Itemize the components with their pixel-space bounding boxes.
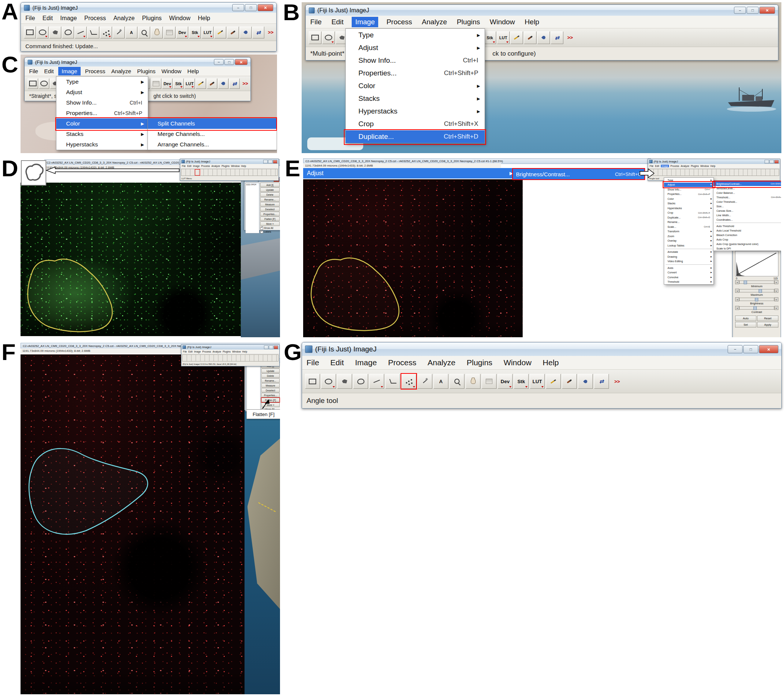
menu-item-stacks[interactable]: Stacks▶ (56, 129, 148, 139)
lut-button[interactable]: LUT (530, 374, 545, 389)
slider-thumb[interactable] (753, 306, 757, 310)
switch-colors-tool[interactable] (229, 78, 240, 89)
multipoint-tool[interactable] (100, 26, 112, 38)
menu-image[interactable]: Image (661, 165, 669, 167)
menu-item-adjust[interactable]: Adjust▶ (346, 41, 484, 54)
minimize-button[interactable] (214, 59, 224, 65)
menu-image[interactable]: Image (352, 17, 378, 27)
paintbrush-tool[interactable] (227, 26, 239, 38)
menu-item-axes[interactable]: Axes▶ (664, 266, 713, 271)
paintbrush-tool[interactable] (207, 78, 217, 89)
menu-analyze[interactable]: Analyze (680, 165, 689, 167)
menu-plugins[interactable]: Plugins (222, 350, 231, 353)
hand-tool[interactable] (151, 26, 163, 38)
menu-item-overlay[interactable]: Overlay▶ (664, 239, 713, 244)
close-button[interactable] (258, 4, 273, 11)
menu-plugins[interactable]: Plugins (456, 18, 480, 26)
title-bar[interactable]: (Fiji Is Just) ImageJ (306, 5, 778, 16)
roi-update-button[interactable]: Update (261, 369, 280, 373)
stk-button[interactable]: Stk (483, 31, 496, 44)
hand-tool[interactable] (466, 374, 481, 389)
callout-brightness-contrast-item[interactable]: Brightness/Contrast... Ctrl+Shift+C (512, 168, 645, 180)
slider-track[interactable] (739, 289, 774, 292)
zoom-tool[interactable] (450, 374, 464, 389)
menu-item-convert[interactable]: Convert▶ (664, 271, 713, 275)
menu-item-rename[interactable]: Rename... (664, 220, 713, 225)
more-tools-button[interactable]: >> (564, 32, 576, 44)
maximize-button[interactable] (268, 160, 273, 163)
flood-fill-tool[interactable] (537, 31, 550, 44)
slider-track[interactable] (739, 281, 774, 284)
rectangle-tool[interactable] (28, 78, 38, 89)
wand-tool[interactable] (113, 26, 125, 38)
menu-item-annotate[interactable]: Annotate▶ (664, 250, 713, 255)
text-tool[interactable]: A (433, 374, 448, 389)
menu-help[interactable]: Help (710, 165, 715, 167)
menu-process[interactable]: Process (388, 358, 416, 367)
menu-edit[interactable]: Edit (655, 165, 659, 167)
menu-item-auto-crop[interactable]: Auto Crop (713, 237, 781, 242)
mini-toolbar[interactable] (181, 169, 278, 176)
menu-plugins[interactable]: Plugins (137, 68, 155, 74)
oval-tool[interactable] (322, 31, 335, 44)
maximize-button[interactable] (224, 59, 234, 65)
menu-file[interactable]: File (183, 350, 187, 353)
switch-colors-tool[interactable] (594, 374, 609, 389)
menu-help[interactable]: Help (525, 18, 539, 26)
menu-edit[interactable]: Edit (188, 350, 192, 353)
menu-analyze[interactable]: Analyze (422, 18, 447, 26)
menu-item-show-info[interactable]: Show Info...Ctrl+I (664, 187, 713, 192)
minimize-button[interactable] (764, 160, 769, 163)
roi-add-button[interactable]: Add [t] (260, 183, 280, 187)
maximize-button[interactable] (245, 4, 257, 11)
oval-tool[interactable] (36, 26, 49, 38)
slider-left-arrow-icon[interactable]: ◂ (735, 306, 739, 310)
menu-item-canvas-size[interactable]: Canvas Size... (713, 208, 781, 213)
dev-button[interactable]: Dev (162, 78, 173, 89)
polygon-tool[interactable] (49, 26, 61, 38)
menu-item-properties[interactable]: Properties...Ctrl+Shift+P (664, 192, 713, 197)
maximize-button[interactable] (743, 345, 758, 353)
menu-analyze[interactable]: Analyze (211, 165, 220, 167)
menu-image[interactable]: Image (355, 358, 377, 367)
auto-button[interactable]: Auto (735, 315, 756, 321)
menu-help[interactable]: Help (242, 350, 247, 353)
rectangle-tool[interactable] (309, 31, 321, 44)
menu-plugins[interactable]: Plugins (691, 165, 698, 167)
menu-item-merge-channels[interactable]: Merge Channels... (148, 129, 277, 139)
oval-tool[interactable] (39, 78, 49, 89)
title-bar[interactable]: (Fiji Is Just) ImageJ (180, 159, 278, 164)
menu-window[interactable]: Window (700, 165, 709, 167)
paintbrush-tool[interactable] (524, 31, 537, 44)
menu-help[interactable]: Help (188, 68, 199, 74)
flood-fill-tool[interactable] (240, 26, 252, 38)
wand-tool[interactable] (417, 374, 432, 389)
slider-left-arrow-icon[interactable]: ◂ (735, 280, 739, 284)
menu-item-line-width[interactable]: Line Width... (713, 213, 781, 217)
menu-item-properties[interactable]: Properties...Ctrl+Shift+P (346, 67, 484, 79)
slider-left-arrow-icon[interactable]: ◂ (735, 289, 739, 293)
menu-item-color[interactable]: Color▶ (56, 119, 148, 129)
brightness-slider[interactable]: ◂▸ (735, 298, 778, 301)
lut-button[interactable]: LUT (184, 78, 195, 89)
roi-outline-cyan[interactable] (21, 355, 245, 694)
paintbrush-tool[interactable] (562, 374, 577, 389)
zoom-tool[interactable] (138, 26, 150, 38)
menu-item-color[interactable]: Color▶ (664, 196, 713, 201)
menu-process[interactable]: Process (84, 15, 106, 21)
menu-window[interactable]: Window (504, 358, 532, 367)
menu-file[interactable]: File (650, 165, 653, 167)
menu-item-color-threshold[interactable]: Color Threshold... (713, 200, 781, 204)
menu-image[interactable]: Image (60, 15, 77, 21)
maximum-slider[interactable]: ◂▸ (735, 289, 778, 292)
menu-item-auto-crop-guess[interactable]: Auto Crop (guess background color) (713, 242, 781, 246)
slider-track[interactable] (739, 298, 774, 301)
title-bar[interactable]: (Fiji Is Just) ImageJ (21, 3, 276, 13)
fluorescence-image-red[interactable] (303, 179, 523, 337)
pencil-tool[interactable] (511, 31, 523, 44)
menu-item-threshold[interactable]: Threshold▶ (664, 280, 713, 285)
lut-button[interactable]: LUT (202, 26, 214, 38)
pencil-tool[interactable] (214, 26, 226, 38)
callout-adjust-item[interactable]: Adjust ▶ (303, 168, 517, 178)
mini-toolbar[interactable] (649, 169, 779, 176)
